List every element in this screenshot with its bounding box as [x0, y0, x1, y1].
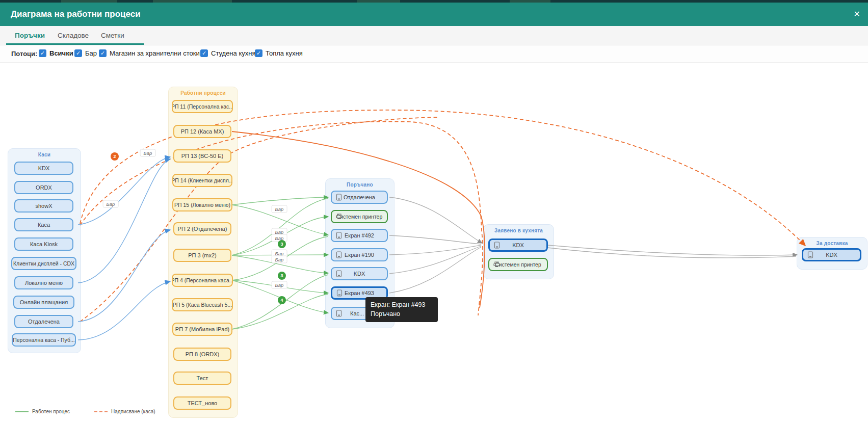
node-kasi-personal[interactable]: Персонална каса - Пуб... — [12, 333, 76, 347]
node-rp-8[interactable]: РП 8 (ORDX) — [173, 348, 231, 361]
checkbox-checked-icon: ✓ — [255, 49, 262, 57]
node-kasi-online-payments[interactable]: Онлайн плащания — [13, 296, 74, 309]
tooltip-line-1: Екран: Екран #493 — [371, 301, 433, 310]
node-ordered-remote[interactable]: Отдалечена — [331, 191, 388, 204]
screen-icon — [336, 289, 343, 297]
printer-icon — [336, 214, 343, 220]
node-ordered-system-printer[interactable]: Системен принтер — [331, 210, 388, 223]
checkbox-cold-kitchen[interactable]: ✓ Студена кухня — [200, 49, 255, 57]
tab-orders[interactable]: Поръчки — [15, 32, 45, 39]
checkbox-checked-icon: ✓ — [99, 49, 107, 57]
edge-label-bar: Бар — [272, 205, 287, 213]
node-rp-2[interactable]: РП 2 (Отдалечена) — [173, 222, 231, 235]
node-rp-3[interactable]: РП 3 (mx2) — [173, 249, 231, 262]
tab-warehouses[interactable]: Складове — [58, 32, 89, 39]
flows-filter-row: Потоци: ✓ Всички ✓ Бар ✓ Магазин за хран… — [0, 46, 868, 63]
tab-bar: Поръчки Складове Сметки — [0, 26, 868, 45]
node-test-new[interactable]: ТЕСТ_ново — [173, 396, 231, 410]
edge-label-bar: Бар — [140, 149, 156, 157]
node-rp-12[interactable]: РП 12 (Каса MX) — [173, 125, 231, 138]
group-processes-title: Работни процеси — [169, 90, 238, 96]
node-rp-15[interactable]: РП 15 (Локално меню) — [172, 198, 232, 211]
node-kasi-ordx[interactable]: ORDX — [14, 181, 73, 194]
checkbox-checked-icon: ✓ — [200, 49, 208, 57]
node-rp-11[interactable]: РП 11 (Персонална кас... — [172, 100, 233, 113]
checkbox-all[interactable]: ✓ Всички — [39, 49, 73, 57]
legend: Работен процес Надписване (каса) — [15, 409, 180, 414]
node-rp-7[interactable]: РП 7 (Мобилна iPad) — [172, 323, 232, 336]
node-test[interactable]: Тест — [173, 372, 231, 385]
node-kasi-kasa[interactable]: Каса — [14, 218, 73, 231]
screen-icon — [336, 194, 342, 201]
node-kasi-remote[interactable]: Отдалечена — [14, 315, 73, 328]
printer-icon — [493, 261, 500, 268]
screen-icon — [494, 242, 500, 249]
node-rp-13[interactable]: РП 13 (BC-50 E) — [173, 149, 231, 163]
node-kasi-cdx[interactable]: Клиентки дисплей - CDX — [11, 257, 76, 270]
node-tooltip: Екран: Екран #493 Поръчано — [365, 297, 438, 322]
edge-label-bar: Бар — [272, 256, 287, 263]
edges-layer — [0, 63, 868, 424]
checkbox-grocery[interactable]: ✓ Магазин за хранителни стоки — [99, 49, 200, 57]
legend-solid-green-line — [15, 411, 29, 412]
node-rp-14[interactable]: РП 14 (Клиентки диспл... — [172, 174, 232, 187]
node-kitchen-system-printer[interactable]: Системен принтер — [488, 258, 548, 271]
checkbox-checked-icon: ✓ — [39, 49, 46, 57]
edge-count-badge: 4 — [278, 296, 286, 304]
checkbox-hot-kitchen[interactable]: ✓ Топла кухня — [255, 49, 303, 57]
group-delivery-title: За доставка — [797, 241, 867, 246]
edge-count-badge: 3 — [278, 240, 286, 248]
legend-dashed-orange-line — [94, 411, 108, 412]
checkbox-bar[interactable]: ✓ Бар — [74, 49, 97, 57]
tooltip-line-2: Поръчано — [371, 310, 433, 319]
group-kitchen-title: Заявено в кухнята — [484, 228, 554, 233]
node-rp-5[interactable]: РП 5 (Каса Bluecash 5... — [172, 298, 233, 311]
active-tab-indicator — [6, 43, 144, 45]
node-kasi-kdx[interactable]: KDX — [14, 162, 73, 175]
close-icon[interactable]: ✕ — [854, 9, 860, 19]
modal-header: Диаграма на работни процеси ✕ — [0, 3, 868, 26]
legend-override: Надписване (каса) — [94, 409, 155, 414]
screen-icon — [807, 251, 813, 258]
flows-label: Потоци: — [11, 50, 37, 58]
group-ordered-title: Поръчано — [326, 182, 394, 188]
diagram-canvas: Каси Работни процеси Поръчано Заявено в … — [0, 63, 868, 424]
edge-count-badge: 3 — [278, 272, 286, 280]
node-kitchen-kdx[interactable]: KDX — [488, 238, 548, 252]
modal-title: Диаграма на работни процеси — [11, 9, 141, 19]
edge-label-bar: Бар — [272, 281, 287, 289]
node-ordered-kdx[interactable]: KDX — [331, 267, 388, 280]
legend-work-process: Работен процес — [15, 409, 70, 414]
tab-bills[interactable]: Сметки — [101, 32, 124, 39]
group-kasi-title: Каси — [8, 152, 81, 157]
checkbox-checked-icon: ✓ — [74, 49, 82, 57]
screen-icon — [336, 270, 342, 277]
node-kasi-kiosk[interactable]: Каса Kiosk — [14, 237, 73, 251]
node-rp-4[interactable]: РП 4 (Персонална каса... — [172, 274, 233, 287]
node-ordered-screen-492[interactable]: Екран #492 — [331, 229, 388, 242]
node-kasi-showx[interactable]: showX — [14, 199, 73, 213]
node-kasi-local-menu[interactable]: Локално меню — [14, 276, 73, 289]
node-delivery-kdx[interactable]: KDX — [802, 248, 861, 261]
screen-icon — [336, 251, 342, 258]
screen-icon — [336, 310, 342, 317]
edge-count-badge: 2 — [111, 152, 119, 161]
node-ordered-screen-190[interactable]: Екран #190 — [331, 248, 388, 261]
edge-label-bar: Бар — [103, 200, 119, 208]
screen-icon — [336, 232, 342, 239]
